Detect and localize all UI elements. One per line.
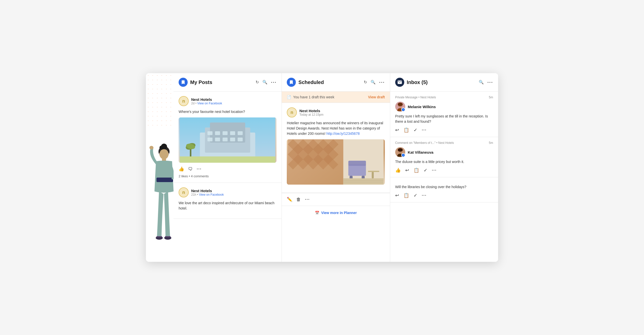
svg-point-48: [398, 148, 403, 152]
svg-rect-32: [348, 164, 366, 176]
view-on-facebook-link-2[interactable]: View on Facebook: [199, 193, 224, 196]
my-posts-title: My Posts: [190, 79, 253, 85]
more-scheduled-icon[interactable]: ···: [379, 80, 385, 85]
more-inbox-icon[interactable]: ···: [487, 80, 493, 85]
svg-point-2: [159, 146, 164, 150]
comment-icon[interactable]: 🗨: [188, 166, 193, 172]
assign-icon-2[interactable]: 📋: [414, 168, 419, 173]
post-stats: 2 likes • 4 comments: [179, 174, 276, 178]
svg-point-7: [149, 146, 153, 149]
check-icon-3[interactable]: ✓: [414, 193, 417, 198]
msg-body-2: The duluxe suite is a little pricey but …: [395, 159, 493, 164]
draft-banner-text: 📄 You have 1 draft this week: [287, 95, 334, 99]
check-icon-2[interactable]: ✓: [424, 168, 427, 173]
svg-rect-20: [238, 131, 243, 135]
inbox-message-2: Comment on "Members of t..." • Nest Hote…: [390, 137, 498, 177]
msg-source-2: Comment on "Members of t..." • Nest Hote…: [395, 141, 454, 145]
msg-body-3: Will the libraries be closing over the h…: [395, 181, 493, 190]
scheduled-actions-header: ↻ 🔍 ···: [364, 80, 385, 85]
sender-name-2: Kat Villaneuva: [408, 150, 433, 154]
more-msg-icon-2[interactable]: ···: [432, 168, 437, 173]
post-meta-2: Nest Hotels 21h • View on Facebook: [191, 189, 224, 196]
inbox-header: Inbox (5) 🔍 ···: [390, 73, 498, 92]
inbox-column: Inbox (5) 🔍 ··· Private Message • Nest H…: [390, 73, 498, 262]
svg-rect-24: [230, 138, 235, 141]
svg-rect-17: [215, 131, 220, 135]
like-icon[interactable]: 👍: [179, 166, 184, 172]
avatar-wrap: f: [395, 102, 405, 112]
sender-name: Melanie Wilkins: [408, 105, 436, 109]
edit-icon[interactable]: ✏️: [287, 197, 292, 202]
svg-rect-10: [156, 236, 162, 237]
post-card: n Nest Hotels 2d • View on Facebook Wher…: [174, 92, 281, 183]
svg-rect-23: [223, 138, 228, 141]
reply-icon[interactable]: ↩: [395, 127, 399, 133]
svg-rect-22: [215, 138, 220, 141]
post-author: Nest Hotels: [191, 97, 222, 102]
reply-icon-3[interactable]: ↩: [395, 193, 399, 198]
search-scheduled-icon[interactable]: 🔍: [371, 80, 376, 84]
svg-rect-21: [208, 138, 213, 141]
hotel-image-warm: [287, 139, 385, 185]
inbox-msg-actions: ↩ 📋 ✓ ···: [395, 127, 493, 133]
view-on-facebook-link[interactable]: View on Facebook: [197, 102, 222, 105]
inbox-title: Inbox (5): [407, 79, 476, 85]
scheduled-avatar: n: [287, 107, 297, 117]
view-planner-button[interactable]: 📅 View more in Planner: [315, 211, 357, 215]
scheduled-post-actions: ✏️ 🗑 ···: [282, 193, 390, 206]
scheduled-post-time: Today at 12:15pm: [299, 113, 323, 116]
assign-icon-3[interactable]: 📋: [404, 193, 409, 198]
draft-banner: 📄 You have 1 draft this week View draft: [282, 92, 390, 103]
post-image: [179, 117, 276, 163]
delete-icon[interactable]: 🗑: [296, 197, 301, 202]
search-inbox-icon[interactable]: 🔍: [479, 80, 484, 84]
svg-point-4: [159, 149, 169, 159]
more-options-icon[interactable]: ···: [197, 167, 202, 171]
msg-time: 5m: [489, 96, 493, 99]
my-posts-icon: [179, 78, 188, 87]
svg-point-0: [158, 146, 170, 157]
platform-badge: f: [401, 108, 405, 112]
post-author-2: Nest Hotels: [191, 189, 224, 193]
svg-point-43: [398, 103, 403, 106]
view-draft-link[interactable]: View draft: [368, 95, 385, 99]
inbox-icon: [395, 78, 404, 87]
scheduled-column: Scheduled ↻ 🔍 ··· 📄 You have 1 draft thi…: [282, 73, 390, 262]
svg-point-8: [156, 236, 163, 240]
svg-point-1: [161, 144, 167, 150]
refresh-scheduled-icon[interactable]: ↻: [364, 80, 367, 84]
inbox-content: Private Message • Nest Hotels 5m: [390, 92, 498, 262]
svg-rect-3: [159, 153, 169, 155]
post-body: Where's your favourite nest hotel locati…: [179, 109, 276, 114]
post-card: n Nest Hotels 21h • View on Facebook We …: [174, 183, 281, 219]
check-icon[interactable]: ✓: [414, 127, 417, 133]
more-msg-icon[interactable]: ···: [422, 128, 427, 132]
post-actions: 👍 🗨 ···: [179, 166, 276, 172]
like-msg-icon[interactable]: 👍: [395, 168, 401, 173]
my-posts-column: My Posts ↻ 🔍 ··· n Nest Hotels 2d • View…: [174, 73, 282, 262]
more-icon[interactable]: ···: [271, 80, 277, 85]
svg-rect-16: [208, 131, 213, 135]
app-container: My Posts ↻ 🔍 ··· n Nest Hotels 2d • View…: [146, 73, 498, 262]
svg-rect-37: [372, 172, 374, 178]
post-link[interactable]: http://ow.ly/12345678: [327, 132, 360, 136]
scheduled-post-body: Hotelier magazine has announced the winn…: [287, 120, 385, 136]
refresh-icon[interactable]: ↻: [256, 80, 259, 84]
search-icon[interactable]: 🔍: [262, 80, 267, 84]
svg-rect-11: [165, 236, 171, 237]
assign-icon[interactable]: 📋: [404, 127, 409, 133]
reply-icon-2[interactable]: ↩: [405, 168, 409, 173]
msg-body: Pretty sure I left my sunglasses at the …: [395, 114, 493, 124]
more-post-icon[interactable]: ···: [305, 197, 310, 202]
svg-rect-38: [343, 178, 384, 185]
scheduled-post-header: n Nest Hotels Today at 12:15pm: [287, 107, 385, 117]
inbox-message-3: Will the libraries be closing over the h…: [390, 177, 498, 202]
platform-badge-2: f: [401, 153, 405, 157]
svg-point-9: [164, 236, 171, 240]
my-posts-actions: ↻ 🔍 ···: [256, 80, 277, 85]
post-header-2: n Nest Hotels 21h • View on Facebook: [179, 187, 276, 197]
svg-rect-25: [238, 138, 243, 141]
scheduled-post-image: [287, 139, 385, 185]
inbox-msg-actions-3: ↩ 📋 ✓ ···: [395, 193, 493, 198]
more-msg-icon-3[interactable]: ···: [422, 193, 427, 198]
